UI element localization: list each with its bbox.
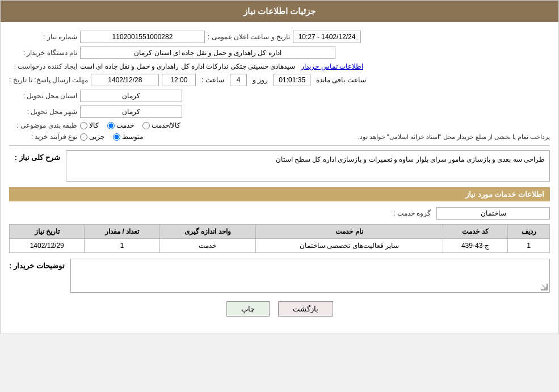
services-title-text: اطلاعات خدمات مورد نیاز xyxy=(465,190,544,199)
service-group-row: ساختمان گروه خدمت : xyxy=(9,207,550,220)
purchase-type-option-partial[interactable]: جزیی xyxy=(80,133,104,141)
services-section-title: اطلاعات خدمات مورد نیاز xyxy=(9,187,550,201)
cell-date: 1402/12/29 xyxy=(10,239,85,253)
cell-row: 1 xyxy=(508,239,550,253)
public-announcement-label: تاریخ و ساعت اعلان عمومی : xyxy=(208,33,290,41)
general-desc-content: طراحی سه بعدی و بازسازی مامور سرای بلوار… xyxy=(66,150,550,182)
table-row: 1 ج-43-439 سایر فعالیت‌های تخصصی ساختمان… xyxy=(10,239,550,253)
table-header-row: ردیف کد خدمت نام خدمت واحد اندازه گیری ت… xyxy=(10,225,550,239)
category-option-kala-khedmat-label: کالا/خدمت xyxy=(152,121,180,129)
general-desc-label: شرح کلی نیاز : xyxy=(9,150,60,162)
category-option-kala-khedmat[interactable]: کالا/خدمت xyxy=(142,121,180,129)
category-radio-kala[interactable] xyxy=(80,122,87,129)
service-group-value: ساختمان xyxy=(436,207,550,220)
time-label: ساعت : xyxy=(201,76,224,84)
purchase-type-partial-label: جزیی xyxy=(89,133,104,141)
need-number-label: شماره نیاز : xyxy=(9,33,77,41)
cell-unit: خدمت xyxy=(159,239,256,253)
category-radio-khedmat[interactable] xyxy=(107,122,115,129)
purchase-type-radio-group: متوسط جزیی xyxy=(80,133,143,141)
divider-1 xyxy=(9,145,550,146)
category-option-khedmat[interactable]: خدمت xyxy=(107,121,134,129)
cell-name: سایر فعالیت‌های تخصصی ساختمان xyxy=(256,239,443,253)
need-number-value: 1102001551000282 xyxy=(80,31,205,43)
col-code: کد خدمت xyxy=(443,225,508,239)
page-title: جزئیات اطلاعات نیاز xyxy=(243,6,316,16)
category-option-khedmat-label: خدمت xyxy=(116,121,134,129)
city-value: کرمان xyxy=(80,106,182,118)
service-group-label: گروه خدمت : xyxy=(363,209,431,217)
category-radio-group: کالا/خدمت خدمت کالا xyxy=(80,121,180,129)
city-label: شهر محل تحویل : xyxy=(9,108,77,116)
print-button[interactable]: چاپ xyxy=(226,301,270,317)
deadline-date: 1402/12/28 xyxy=(91,74,159,86)
buyer-notes-box[interactable]: ↘ xyxy=(70,259,550,293)
purchase-type-radio-partial[interactable] xyxy=(80,133,87,141)
purchase-type-option-medium[interactable]: متوسط xyxy=(113,133,143,141)
creator-link[interactable]: اطلاعات تماس خریدار xyxy=(301,62,363,70)
category-option-kala-label: کالا xyxy=(89,121,99,129)
services-table: ردیف کد خدمت نام خدمت واحد اندازه گیری ت… xyxy=(9,224,550,253)
general-desc-text: طراحی سه بعدی و بازسازی مامور سرای بلوار… xyxy=(276,155,545,163)
creator-name: سیدهادی حسینی جتکی نذارکات اداره کل راهد… xyxy=(80,62,295,70)
buyer-notes-label: توضیحات خریدار : xyxy=(9,259,65,270)
back-button[interactable]: بازگشت xyxy=(278,301,333,317)
days-label: روز و xyxy=(253,76,268,84)
purchase-type-label: نوع فرآیند خرید : xyxy=(9,133,77,141)
buyer-notes-section: ↘ توضیحات خریدار : xyxy=(9,259,550,293)
purchase-type-radio-medium[interactable] xyxy=(113,133,120,141)
purchase-type-note: پرداخت تمام یا بخشی از مبلغ خریدار محل "… xyxy=(152,133,550,141)
deadline-time: 12:00 xyxy=(162,74,196,86)
countdown-value: 01:01:35 xyxy=(274,74,310,86)
page-header: جزئیات اطلاعات نیاز xyxy=(1,1,558,22)
cell-code: ج-43-439 xyxy=(443,239,508,253)
category-option-kala[interactable]: کالا xyxy=(80,121,99,129)
purchase-type-medium-label: متوسط xyxy=(122,133,143,141)
deadline-days: 4 xyxy=(230,74,247,86)
buyer-org-value: اداره کل راهداری و حمل و نقل جاده ای است… xyxy=(80,47,335,59)
province-label: استان محل تحویل : xyxy=(9,92,77,100)
col-quantity: تعداد / مقدار xyxy=(85,225,159,239)
remaining-label: ساعت باقی مانده xyxy=(316,76,366,84)
col-date: تاریخ نیاز xyxy=(10,225,85,239)
province-value: کرمان xyxy=(80,90,182,102)
general-desc-section: طراحی سه بعدی و بازسازی مامور سرای بلوار… xyxy=(9,150,550,182)
category-radio-kala-khedmat[interactable] xyxy=(142,122,150,129)
general-desc-box: طراحی سه بعدی و بازسازی مامور سرای بلوار… xyxy=(66,150,550,182)
public-announcement-value: 1402/12/24 - 10:27 xyxy=(293,31,361,43)
col-row: ردیف xyxy=(508,225,550,239)
category-label: طبقه بندی موضوعی : xyxy=(9,121,77,129)
deadline-label: مهلت ارسال پاسخ: تا تاریخ : xyxy=(9,76,88,84)
creator-label: ایجاد کننده درخواست : xyxy=(9,62,77,70)
col-name: نام خدمت xyxy=(256,225,443,239)
buttons-row: بازگشت چاپ xyxy=(9,301,550,325)
cell-quantity: 1 xyxy=(85,239,159,253)
col-unit: واحد اندازه گیری xyxy=(159,225,256,239)
buyer-org-label: نام دستگاه خریدار : xyxy=(9,49,77,57)
